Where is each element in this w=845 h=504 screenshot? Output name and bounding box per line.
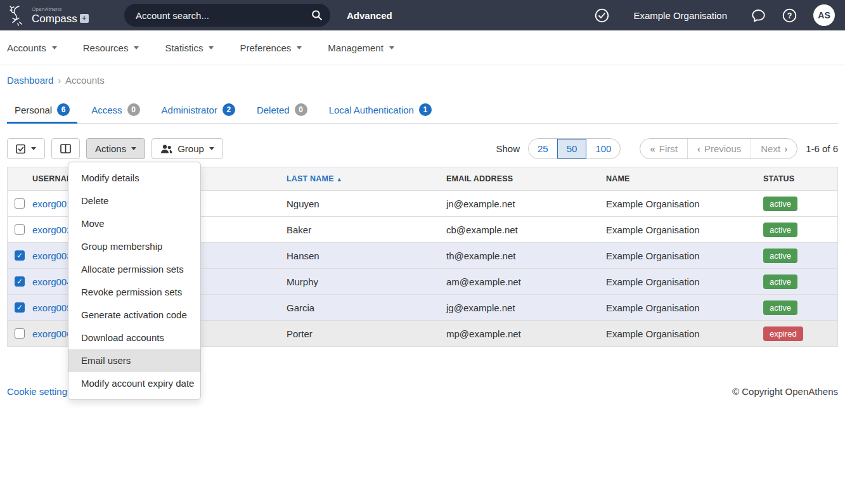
last-name-cell: Garcia (287, 302, 446, 313)
topbar: OpenAthens Compass + Advanced Example Or… (0, 0, 845, 30)
row-checkbox[interactable]: ✓ (15, 276, 25, 287)
status-cell: active (763, 300, 837, 315)
menu-item-delete[interactable]: Delete (68, 190, 200, 212)
chevron-down-icon (389, 46, 394, 49)
email-cell: th@example.net (446, 250, 606, 261)
email-cell: mp@example.net (446, 328, 606, 339)
tab-access[interactable]: Access0 (84, 103, 147, 124)
tab-deleted[interactable]: Deleted0 (249, 103, 315, 124)
org-name-cell: Example Organisation (606, 198, 763, 209)
org-name-cell: Example Organisation (606, 224, 763, 235)
page-size-50[interactable]: 50 (557, 139, 587, 158)
search-icon (311, 10, 323, 21)
menu-item-download-accounts[interactable]: Download accounts (68, 326, 200, 349)
actions-dropdown-button[interactable]: Actions (86, 138, 145, 159)
account-search-input[interactable] (136, 10, 307, 21)
page-nav-label: Next (761, 143, 780, 154)
chevron-glyph: « (650, 143, 655, 154)
tab-local-authentication[interactable]: Local Authentication1 (321, 103, 439, 124)
openathens-logo[interactable]: OpenAthens Compass + (5, 3, 120, 28)
chat-bubble-icon (751, 8, 766, 23)
menu-item-move[interactable]: Move (68, 212, 200, 235)
columns-button[interactable] (51, 138, 80, 159)
tab-count-badge: 2 (223, 103, 235, 116)
status-cell: active (763, 249, 837, 263)
nav-item-management[interactable]: Management (328, 42, 394, 53)
advanced-search-link[interactable]: Advanced (347, 10, 392, 21)
group-users-icon (160, 144, 172, 154)
status-badge: active (763, 197, 797, 211)
row-checkbox[interactable]: ✓ (15, 250, 25, 261)
menu-item-email-users[interactable]: Email users (68, 349, 200, 372)
compass-plus-icon: + (80, 14, 89, 23)
nav-item-preferences[interactable]: Preferences (240, 42, 302, 53)
tab-label: Deleted (257, 105, 290, 115)
page-size-25[interactable]: 25 (529, 139, 557, 158)
header-name[interactable]: NAME (606, 174, 763, 183)
openathens-mark-icon (5, 3, 29, 28)
chevron-glyph: › (784, 143, 787, 154)
primary-nav: AccountsResourcesStatisticsPreferencesMa… (0, 30, 845, 65)
menu-item-generate-activation-code[interactable]: Generate activation code (68, 304, 200, 326)
page-nav-label: Previous (704, 143, 741, 154)
tab-label: Access (91, 105, 122, 115)
page-nav-previous[interactable]: ‹Previous (687, 139, 751, 158)
menu-item-group-membership[interactable]: Group membership (68, 235, 200, 258)
user-avatar[interactable]: AS (813, 4, 835, 26)
tab-label: Personal (15, 105, 52, 115)
group-dropdown-button[interactable]: Group (152, 138, 223, 159)
tab-count-badge: 0 (127, 103, 140, 116)
email-cell: cb@example.net (446, 224, 606, 235)
breadcrumb-dashboard-link[interactable]: Dashboard (7, 75, 53, 86)
check-circle-icon (595, 8, 609, 23)
menu-item-modify-account-expiry-date[interactable]: Modify account expiry date (68, 372, 200, 395)
tab-label: Local Authentication (329, 105, 414, 115)
row-checkbox[interactable] (15, 224, 25, 235)
header-email[interactable]: EMAIL ADDRESS (446, 174, 606, 183)
status-badge: active (763, 300, 797, 315)
page-size-100[interactable]: 100 (586, 139, 620, 158)
nav-item-label: Statistics (165, 42, 203, 53)
nav-item-statistics[interactable]: Statistics (165, 42, 214, 53)
status-check-button[interactable] (595, 8, 609, 23)
tab-label: Administrator (162, 105, 217, 115)
result-range: 1-6 of 6 (806, 143, 838, 154)
chevron-down-icon (209, 147, 214, 150)
nav-item-resources[interactable]: Resources (83, 42, 139, 53)
pagination: Show 2550100 «First‹PreviousNext› 1-6 of… (496, 138, 838, 159)
nav-item-label: Management (328, 42, 384, 53)
brand-openathens: OpenAthens (32, 7, 89, 12)
organisation-name[interactable]: Example Organisation (633, 10, 727, 21)
nav-item-accounts[interactable]: Accounts (7, 42, 57, 53)
cookie-settings-link[interactable]: Cookie settings (7, 386, 72, 397)
nav-item-label: Preferences (240, 42, 291, 53)
page-nav-first[interactable]: «First (640, 139, 687, 158)
status-badge: active (763, 249, 797, 263)
org-name-cell: Example Organisation (606, 250, 763, 261)
menu-item-revoke-permission-sets[interactable]: Revoke permission sets (68, 281, 200, 304)
select-all-button[interactable] (7, 138, 45, 159)
row-checkbox[interactable] (15, 198, 25, 209)
search-button[interactable] (307, 6, 326, 25)
page-nav-next[interactable]: Next› (751, 139, 797, 158)
status-cell: active (763, 275, 837, 289)
row-checkbox[interactable] (15, 328, 25, 339)
menu-item-modify-details[interactable]: Modify details (68, 167, 200, 190)
breadcrumb-separator: › (58, 75, 61, 86)
status-cell: expired (763, 326, 837, 341)
tab-count-badge: 6 (57, 103, 70, 116)
page-nav-label: First (659, 143, 678, 154)
actions-menu: Modify detailsDeleteMoveGroup membership… (68, 162, 201, 400)
menu-item-allocate-permission-sets[interactable]: Allocate permission sets (68, 258, 200, 281)
copyright-text: © Copyright OpenAthens (732, 386, 838, 397)
chevron-down-icon (134, 46, 139, 49)
brand-compass: Compass (32, 13, 77, 24)
chevron-down-icon (131, 147, 136, 150)
header-status[interactable]: STATUS (763, 174, 837, 183)
row-checkbox[interactable]: ✓ (15, 302, 25, 313)
tab-personal[interactable]: Personal6 (7, 103, 77, 124)
messages-button[interactable] (751, 8, 766, 23)
tab-administrator[interactable]: Administrator2 (154, 103, 243, 124)
help-button[interactable]: ? (782, 8, 797, 23)
header-last-name[interactable]: LAST NAME▲ (287, 174, 446, 183)
